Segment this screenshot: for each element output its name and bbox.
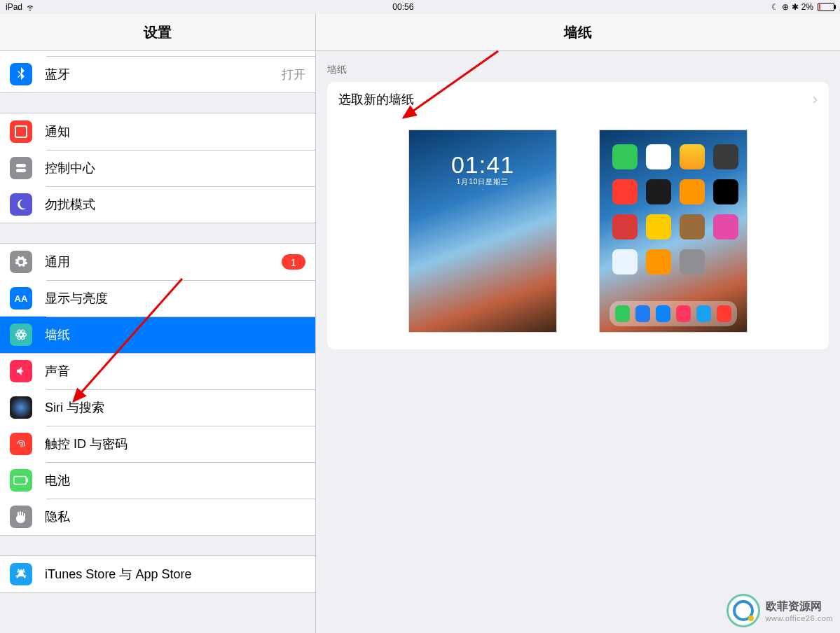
battery-icon [10,469,32,492]
sidebar-item-battery[interactable]: 电池 [0,462,315,499]
hand-icon [10,506,32,528]
sidebar-item-control-center[interactable]: 控制中心 [0,150,315,186]
sidebar-item-unknown[interactable] [0,51,315,56]
sidebar-item-label: 通用 [45,253,282,270]
device-label: iPad [6,2,22,12]
watermark-url: www.office26.com [766,614,833,622]
sidebar-item-label: 墙纸 [45,326,305,343]
sidebar-item-label: 控制中心 [45,160,305,176]
bluetooth-icon [10,63,32,85]
sidebar-item-dnd[interactable]: 勿扰模式 [0,186,315,223]
home-screen-preview[interactable] [599,130,748,333]
svg-rect-7 [27,478,28,482]
sidebar-item-touchid[interactable]: 触控 ID 与密码 [0,426,315,462]
sound-icon [10,360,32,382]
sidebar-item-wallpaper[interactable]: 墙纸 [0,316,315,353]
home-app-grid [612,144,734,274]
watermark-name: 欧菲资源网 [766,599,833,614]
sidebar-item-label: Siri 与搜索 [45,399,305,416]
svg-rect-1 [16,169,26,172]
detail-pane: 墙纸 墙纸 选取新的墙纸 › 01:41 1月10日星期三 · [316,14,840,633]
sidebar-item-label: 声音 [45,363,305,380]
chevron-right-icon: › [813,90,818,109]
sidebar-item-general[interactable]: 通用 1 [0,244,315,280]
watermark-logo-icon [727,594,760,627]
control-center-icon [10,157,32,179]
appstore-icon [10,563,32,585]
svg-rect-0 [16,164,26,167]
wallpaper-icon [10,324,32,346]
home-dock [610,301,737,326]
choose-wallpaper-label: 选取新的墙纸 [338,91,414,108]
sidebar-item-itunes[interactable]: iTunes Store 与 App Store [0,556,315,592]
sidebar-item-notifications[interactable]: 通知 [0,113,315,150]
settings-sidebar: 设置 蓝牙 打开 通知 [0,14,316,633]
sidebar-item-label: 隐私 [45,508,305,525]
notifications-icon [10,120,32,143]
sidebar-item-sound[interactable]: 声音 [0,353,315,389]
sidebar-item-siri[interactable]: Siri 与搜索 [0,389,315,426]
bluetooth-status-icon: ✱ [792,2,799,12]
battery-icon [816,3,834,11]
watermark: 欧菲资源网 www.office26.com [727,594,833,627]
fingerprint-icon [10,433,32,455]
badge: 1 [282,254,305,270]
sidebar-title: 设置 [0,14,315,51]
sidebar-item-label: 蓝牙 [45,66,282,83]
lock-screen-preview[interactable]: 01:41 1月10日星期三 · [408,130,557,333]
wifi-icon [25,2,35,12]
siri-icon [10,396,32,419]
detail-title: 墙纸 [316,14,840,51]
status-bar: iPad 00:56 ☾ ⊕ ✱ 2% [0,0,840,14]
gear-icon [10,251,32,273]
moon-icon [10,193,32,216]
sidebar-item-value: 打开 [282,67,305,83]
section-label: 墙纸 [316,51,840,82]
sidebar-item-label: iTunes Store 与 App Store [45,566,305,583]
display-icon: AA [10,287,32,309]
lock-rotation-icon: ⊕ [782,2,789,12]
battery-pct: 2% [801,2,813,12]
lock-date: 1月10日星期三 [409,177,556,187]
lock-subtext: · [409,187,556,192]
clock: 00:56 [392,2,413,12]
sidebar-item-privacy[interactable]: 隐私 [0,499,315,535]
choose-wallpaper-row[interactable]: 选取新的墙纸 › [327,82,829,117]
svg-rect-6 [14,477,26,485]
sidebar-item-bluetooth[interactable]: 蓝牙 打开 [0,56,315,92]
sidebar-item-label: 显示与亮度 [45,290,305,307]
sidebar-item-label: 触控 ID 与密码 [45,436,305,452]
lock-time: 01:41 [409,151,556,179]
sidebar-item-label: 勿扰模式 [45,196,305,213]
sidebar-item-display[interactable]: AA 显示与亮度 [0,280,315,316]
sidebar-item-label: 电池 [45,472,305,489]
sidebar-item-label: 通知 [45,123,305,140]
moon-icon: ☾ [771,2,779,12]
